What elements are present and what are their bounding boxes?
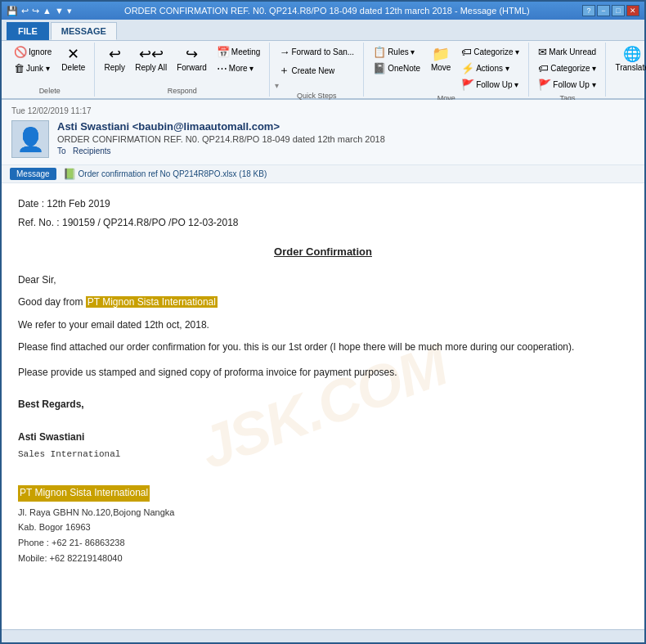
signature: Best Regards, Asti Swastiani Sales Inter… [18, 397, 628, 565]
maximize-button[interactable]: □ [612, 5, 625, 16]
ribbon-group-move: 📋 Rules ▾ 📓 OneNote 📁 Move 🏷 Categor [364, 43, 529, 97]
email-body: JSK.COM Date : 12th Feb 2019 Ref. No. : … [2, 183, 644, 629]
forward-to-san-button[interactable]: → Forward to San... [275, 44, 358, 60]
tab-message[interactable]: MESSAGE [51, 22, 117, 40]
window-controls: ? − □ ✕ [582, 5, 639, 16]
status-bar [2, 629, 644, 642]
respond-group-label: Respond [168, 85, 197, 95]
rules-button[interactable]: 📋 Rules ▾ [369, 44, 424, 60]
outlook-window: 💾 ↩ ↪ ▲ ▼ ▾ ORDER CONFIRMATION REF. N0. … [0, 0, 646, 644]
categorize2-button[interactable]: 🏷 Categorize ▾ [534, 61, 600, 76]
email-meta-top: 👤 Asti Swastiani <baubin@limaautomall.co… [11, 120, 635, 158]
window-title: ORDER CONFIRMATION REF. N0. QP214.R8/PO … [72, 6, 582, 16]
forward-button[interactable]: ↪ Forward [173, 44, 211, 74]
ribbon-group-editing: 🌐 Translate 🔍 Find 🔗 Related ▾ ▦ Select … [606, 43, 646, 97]
reply-all-icon: ↩↩ [139, 47, 164, 61]
body-date-line: Date : 12th Feb 2019 [18, 196, 628, 212]
meeting-icon: 📅 [217, 46, 230, 58]
avatar-person-icon: 👤 [16, 126, 45, 153]
editing-buttons: 🌐 Translate 🔍 Find 🔗 Related ▾ ▦ Select … [611, 44, 646, 92]
delete-button[interactable]: ✕ Delete [57, 44, 89, 74]
junk-icon: 🗑 [14, 62, 25, 74]
sender-avatar: 👤 [11, 120, 49, 158]
order-confirmation-heading: Order Confirmation [18, 244, 628, 261]
onenote-icon: 📓 [373, 62, 386, 74]
sig-phone: Phone : +62 21- 86863238 [18, 535, 628, 551]
sig-mobile: Mobile: +62 82219148040 [18, 551, 628, 566]
delete-buttons: 🚫 Ignore 🗑 Junk ▾ ✕ Delete [10, 44, 89, 85]
followup2-icon: 🚩 [538, 79, 551, 91]
ignore-button[interactable]: 🚫 Ignore [10, 44, 56, 60]
email-to-field: To Recipients [57, 146, 635, 155]
followup-icon: 🚩 [461, 79, 474, 91]
followup2-button[interactable]: 🚩 Follow Up ▾ [534, 77, 600, 92]
meeting-button[interactable]: 📅 Meeting [213, 44, 265, 60]
minimize-button[interactable]: − [597, 5, 610, 16]
actions-button[interactable]: ⚡ Actions ▾ [457, 61, 523, 76]
create-new-button[interactable]: ＋ Create New [275, 61, 358, 79]
reply-all-button[interactable]: ↩↩ Reply All [131, 44, 171, 74]
reply-icon: ↩ [109, 47, 121, 61]
move-button[interactable]: 📁 Move [426, 44, 455, 74]
respond-buttons: ↩ Reply ↩↩ Reply All ↪ Forward 📅 Meeting [100, 44, 264, 85]
sig-company: PT Mignon Sista International [18, 485, 150, 501]
forward-san-icon: → [279, 46, 289, 58]
title-bar: 💾 ↩ ↪ ▲ ▼ ▾ ORDER CONFIRMATION REF. N0. … [2, 2, 644, 20]
save-icon: 💾 [7, 6, 18, 16]
sig-addr1: Jl. Raya GBHN No.120,Bojong Nangka [18, 505, 628, 520]
redo-icon: ↪ [32, 6, 39, 16]
create-new-icon: ＋ [279, 63, 289, 78]
greeting: Dear Sir, [18, 272, 628, 288]
rules-icon: 📋 [373, 46, 386, 58]
para-2: We refer to your email dated 12th oct, 2… [18, 317, 628, 333]
to-label: To [57, 146, 66, 155]
categorize-icon: 🏷 [461, 46, 472, 58]
ribbon: 🚫 Ignore 🗑 Junk ▾ ✕ Delete Delete [2, 41, 644, 100]
sig-addr2: Kab. Bogor 16963 [18, 520, 628, 535]
message-tab[interactable]: Message [10, 168, 56, 180]
forward-icon: ↪ [186, 47, 198, 61]
email-container: Tue 12/02/2019 11:17 👤 Asti Swastiani <b… [2, 100, 644, 629]
sig-greeting: Best Regards, [18, 397, 628, 412]
email-subject: ORDER CONFIRMATION REF. N0. QP214.R8/PO … [57, 134, 635, 144]
ignore-icon: 🚫 [14, 46, 27, 58]
onenote-button[interactable]: 📓 OneNote [369, 61, 424, 76]
email-date: Tue 12/02/2019 11:17 [11, 106, 635, 115]
close-button[interactable]: ✕ [626, 5, 639, 16]
tab-file[interactable]: FILE [7, 22, 49, 40]
categorize2-icon: 🏷 [538, 62, 549, 74]
more-respond-button[interactable]: ⋯ More ▾ [213, 61, 265, 76]
para1-start: Good day from [18, 296, 86, 308]
down-icon: ▼ [55, 6, 64, 16]
para-1: Good day from PT Mignon Sista Internatio… [18, 295, 628, 310]
attachment-bar: Message 📗 Order confirmation ref No QP21… [2, 165, 644, 183]
ribbon-group-respond: ↩ Reply ↩↩ Reply All ↪ Forward 📅 Meeting [95, 43, 270, 97]
email-meta: Tue 12/02/2019 11:17 👤 Asti Swastiani <b… [2, 100, 644, 165]
sig-name: Asti Swastiani [18, 430, 628, 445]
mark-unread-icon: ✉ [538, 46, 547, 58]
body-ref-line: Ref. No. : 190159 / QP214.R8/PO /PO 12-0… [18, 215, 628, 231]
quicksteps-group-label: Quick Steps [297, 90, 337, 100]
para-4: Please provide us stamped and signed cop… [18, 365, 628, 381]
help-button[interactable]: ? [582, 5, 595, 16]
company-highlight: PT Mignon Sista International [86, 296, 218, 308]
junk-button[interactable]: 🗑 Junk ▾ [10, 61, 56, 76]
categorize-button[interactable]: 🏷 Categorize ▾ [457, 44, 523, 60]
delete-group-label: Delete [39, 85, 61, 95]
ribbon-group-delete: 🚫 Ignore 🗑 Junk ▾ ✕ Delete Delete [5, 43, 95, 97]
translate-icon: 🌐 [623, 47, 641, 61]
followup-button[interactable]: 🚩 Follow Up ▾ [457, 77, 523, 92]
reply-button[interactable]: ↩ Reply [100, 44, 129, 74]
move-buttons: 📋 Rules ▾ 📓 OneNote 📁 Move 🏷 Categor [369, 44, 523, 92]
actions-icon: ⚡ [461, 62, 474, 74]
delete-icon: ✕ [67, 47, 79, 61]
translate-button[interactable]: 🌐 Translate [611, 44, 646, 74]
attachment-file[interactable]: 📗 Order confirmation ref No QP214R8PO.xl… [63, 168, 267, 180]
email-sender: Asti Swastiani <baubin@limaautomall.com> [57, 120, 635, 133]
sig-company-highlight: PT Mignon Sista International [18, 477, 628, 504]
sig-title: Sales International [18, 448, 628, 462]
mark-unread-button[interactable]: ✉ Mark Unread [534, 44, 600, 60]
ribbon-group-tags: ✉ Mark Unread 🏷 Categorize ▾ 🚩 Follow Up… [529, 43, 606, 97]
up-icon: ▲ [43, 6, 52, 16]
more-icon: ⋯ [217, 62, 227, 74]
